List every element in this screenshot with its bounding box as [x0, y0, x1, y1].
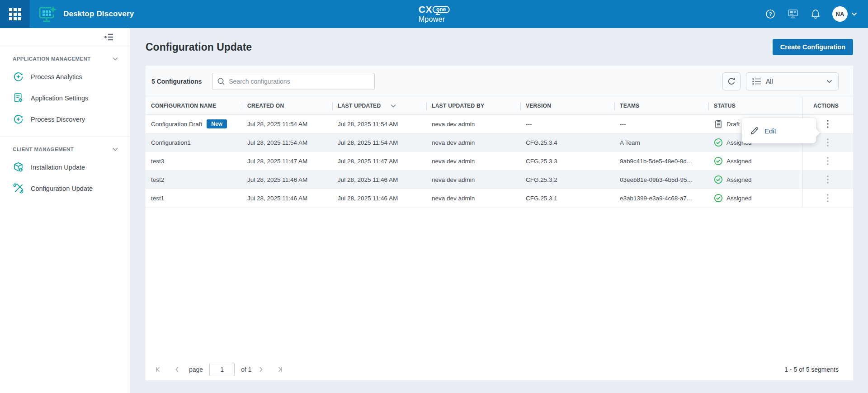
created-on: Jul 28, 2025 11:54 AM [242, 115, 332, 133]
topbar-actions: ? NA [765, 6, 868, 22]
chevron-down-icon [113, 57, 118, 61]
teams: A Team [614, 133, 708, 152]
notifications-bell-icon[interactable] [811, 9, 821, 19]
version: CFG.25.3.2 [520, 170, 614, 189]
status-cell: Assigned [708, 170, 802, 189]
sidebar-item-application-settings[interactable]: Application Settings [0, 87, 130, 109]
help-icon[interactable]: ? [765, 9, 775, 19]
section-label: CLIENT MANAGEMENT [13, 147, 74, 152]
config-name: test3 [146, 152, 242, 170]
edit-menu-item[interactable]: Edit [764, 127, 776, 135]
next-page-button[interactable] [255, 364, 266, 375]
status-badge: Assigned [726, 176, 752, 183]
collapse-sidebar-icon[interactable] [104, 33, 114, 42]
version: CFG.25.3.4 [520, 133, 614, 152]
desktop-discovery-app: Desktop Discovery CX one Mpower ? [0, 0, 868, 393]
sidebar-collapse-row [0, 28, 130, 46]
page-title: Configuration Update [146, 41, 252, 53]
configuration-update-icon [13, 183, 24, 194]
list-filter-icon [752, 78, 761, 85]
row-context-menu: Edit [742, 118, 816, 143]
row-actions-kebab-icon[interactable] [824, 172, 832, 187]
page-of-label: of 1 [241, 366, 251, 373]
dropdown-chevron-icon [826, 80, 832, 84]
refresh-button[interactable] [722, 72, 741, 90]
created-on: Jul 28, 2025 11:46 AM [242, 189, 332, 207]
sidebar-item-label: Configuration Update [31, 185, 93, 192]
last-page-button[interactable] [274, 364, 285, 375]
filter-dropdown[interactable]: All [746, 72, 839, 90]
row-actions-kebab-icon[interactable] [824, 117, 832, 131]
sidebar-item-label: Process Discovery [31, 116, 85, 123]
table-row: test3 Jul 28, 2025 11:47 AM Jul 28, 2025… [146, 152, 853, 170]
column-header-created-on[interactable]: CREATED ON [242, 97, 332, 114]
last-updated-by: neva dev admin [426, 189, 520, 207]
section-client-management[interactable]: CLIENT MANAGEMENT [0, 137, 130, 156]
column-header-version[interactable]: VERSION [520, 97, 614, 114]
search-input[interactable] [229, 78, 370, 85]
page-label: page [189, 366, 203, 373]
status-badge: Assigned [726, 195, 752, 202]
svg-text:?: ? [769, 11, 772, 17]
assigned-check-icon [714, 138, 723, 147]
row-actions-kebab-icon[interactable] [824, 191, 832, 205]
table-empty-area [146, 208, 853, 359]
table-row: test1 Jul 28, 2025 11:46 AM Jul 28, 2025… [146, 189, 853, 208]
configurations-count: 5 Configurations [151, 78, 202, 85]
user-menu[interactable]: NA [832, 6, 857, 22]
previous-page-button[interactable] [172, 364, 183, 375]
results-range-label: 1 - 5 of 5 segments [784, 366, 839, 373]
chevron-down-icon [113, 147, 118, 151]
page-number-input[interactable] [209, 363, 235, 376]
column-header-last-updated[interactable]: LAST UPDATED [332, 97, 426, 114]
column-header-last-updated-by[interactable]: LAST UPDATED BY [426, 97, 520, 114]
status-badge: Assigned [726, 158, 752, 165]
section-label: APPLICATION MANAGEMENT [13, 56, 91, 62]
column-header-teams[interactable]: TEAMS [614, 97, 708, 114]
create-configuration-button[interactable]: Create Configuration [773, 39, 853, 55]
app-launcher-button[interactable] [0, 0, 30, 28]
last-updated: Jul 28, 2025 11:47 AM [332, 152, 426, 170]
version: CFG.25.3.3 [520, 152, 614, 170]
assigned-check-icon [714, 156, 723, 166]
last-updated: Jul 28, 2025 11:54 AM [332, 133, 426, 152]
last-updated-by: neva dev admin [426, 133, 520, 152]
waffle-icon [9, 8, 21, 20]
teams: 9ab9c41b-5de5-48e0-9d... [614, 152, 708, 170]
row-actions-kebab-icon[interactable] [824, 154, 832, 168]
teams: --- [614, 115, 708, 133]
sidebar-item-process-discovery[interactable]: Process Discovery [0, 109, 130, 130]
app-title: Desktop Discovery [63, 9, 134, 19]
table-header: CONFIGURATION NAME CREATED ON LAST UPDAT… [146, 97, 853, 115]
teams: e3ab1399-e3a9-4c68-a7... [614, 189, 708, 207]
sidebar-item-process-analytics[interactable]: Process Analytics [0, 66, 130, 87]
sort-descending-icon [391, 104, 396, 108]
column-header-status[interactable]: STATUS [708, 97, 802, 114]
section-application-management[interactable]: APPLICATION MANAGEMENT [0, 46, 130, 66]
avatar: NA [832, 6, 848, 22]
table-row: test2 Jul 28, 2025 11:46 AM Jul 28, 2025… [146, 170, 853, 189]
created-on: Jul 28, 2025 11:54 AM [242, 133, 332, 152]
process-analytics-icon [13, 71, 24, 82]
pagination-bar: page of 1 1 - 5 of 5 segments [146, 359, 853, 380]
last-updated: Jul 28, 2025 11:46 AM [332, 170, 426, 189]
assigned-check-icon [714, 194, 723, 203]
column-header-actions: ACTIONS [802, 97, 853, 114]
filter-value: All [766, 78, 773, 85]
sidebar-item-installation-update[interactable]: Installation Update [0, 156, 130, 178]
status-badge: Draft [726, 121, 740, 128]
assigned-check-icon [714, 175, 723, 184]
sidebar-item-configuration-update[interactable]: Configuration Update [0, 178, 130, 199]
screen-share-icon[interactable] [787, 9, 799, 19]
configurations-panel: 5 Configurations [146, 66, 853, 380]
application-settings-icon [13, 92, 24, 104]
last-updated: Jul 28, 2025 11:46 AM [332, 189, 426, 207]
row-actions-kebab-icon[interactable] [824, 135, 832, 150]
sidebar-item-label: Installation Update [31, 164, 85, 171]
desktop-discovery-logo-icon [37, 5, 58, 24]
top-bar: Desktop Discovery CX one Mpower ? [0, 0, 868, 28]
teams: 03eeb81e-09b3-4b5d-95... [614, 170, 708, 189]
status-cell: Assigned [708, 189, 802, 207]
first-page-button[interactable] [153, 364, 164, 375]
column-header-configuration-name[interactable]: CONFIGURATION NAME [146, 97, 242, 114]
